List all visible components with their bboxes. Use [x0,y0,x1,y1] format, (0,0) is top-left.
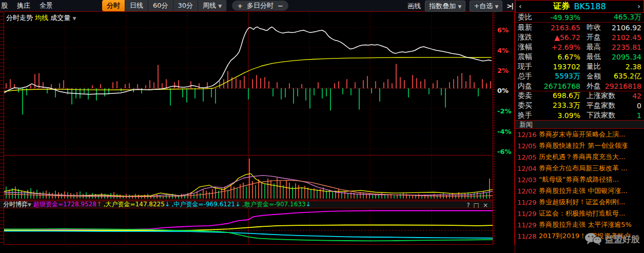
wechat-icon [584,232,602,246]
field-label: 开盘 [587,33,601,42]
chevron-down-icon: ▼ [495,4,498,9]
volume-pane[interactable] [4,156,493,200]
field-label: 平盘家数 [587,101,615,110]
trading-app-window: 股 擒庄 全景 分时 日线 60分 30分 周线 ▼ + 多日分时 − 画线 指… [0,0,644,253]
period-60min-button[interactable]: 60分 [148,0,173,11]
field-value: 26716768 [539,82,580,90]
field-label: 换手 [518,111,539,120]
indicator-selector[interactable]: 分时博弈▼ [3,201,31,208]
tab-stock[interactable]: 股 [1,1,8,10]
sector-code: BK5188 [574,2,606,11]
field-value: 2235.81 [601,43,641,51]
axis-tick-label: 6% [497,26,509,34]
news-item[interactable]: 12/04券商全方位布局新三板改革 ... [515,163,644,174]
fund-segments-header: 超级资金=1728.9528↑ ,大户资金=147.8225↓ ,中户资金=-9… [33,201,311,208]
multiday-group: + 多日分时 − [232,1,288,11]
tab-panorama[interactable]: 全景 [40,1,53,10]
field-label: 震幅 [518,52,539,62]
legend-volume[interactable]: 成交量 [50,14,70,22]
news-header: 新闻 [515,120,644,129]
field-value: 2163.65 [539,24,580,32]
quote-panel-header: ‹ 证券 BK5188 › [515,0,644,13]
news-item[interactable]: 11/29券商股拉升走强 太平洋涨逾5% [515,219,644,230]
close-icon[interactable]: × [483,202,488,209]
sector-name: 证券 [553,1,570,12]
news-title: 券商股快速拉升 第一创业领涨 [539,141,628,150]
field-label: 昨收 [587,23,601,32]
field-value: 2106.92 [601,24,641,32]
news-title: 证监会：积极推动打造航母... [539,209,625,218]
field-value: 3.09% [539,111,580,120]
field-value: 635.2亿 [601,72,641,81]
news-title: 历史机遇？券商再度充当大... [539,152,625,162]
fund-value: ↑ [96,201,102,208]
field-label: 委卖 [518,91,539,101]
prev-stock-arrow[interactable]: ‹ [519,2,522,10]
news-item[interactable]: 12/05历史机遇？券商再度充当大... [515,151,644,163]
legend-trend[interactable]: 分时走势 [6,14,33,22]
chevron-down-icon: ▼ [458,4,461,9]
fund-value: ↓ [235,201,240,208]
period-intraday-button[interactable]: 分时 [102,0,125,11]
period-30min-button[interactable]: 30分 [173,0,199,11]
intraday-price-pane[interactable]: 分时走势 均线 成交量 ▼ [4,12,493,155]
game-pane-header: 分时博弈▼ 超级资金=1728.9528↑ ,大户资金=147.8225↓ ,中… [0,201,515,208]
field-label: 涨跌 [518,33,539,42]
draw-line-button[interactable]: 画线 [407,2,421,11]
news-title: 券商全方位布局新三板改革 ... [539,164,628,173]
fund-value: ,散户资金=-907.1633 [240,201,305,208]
field-value: 6.67% [539,53,580,61]
committee-ratio-value: -49.93% [539,13,580,22]
period-daily-button[interactable]: 日线 [125,0,148,11]
tab-qinzhuang[interactable]: 擒庄 [17,1,30,10]
field-value: 5593万 [539,72,580,81]
news-date: 12/05 [515,142,539,150]
field-value: 2.38 [601,63,641,71]
news-item[interactable]: 12/05券商股快速拉升 第一创业领涨 [515,140,644,151]
multiday-label[interactable]: 多日分时 [247,1,274,10]
field-label: 总手 [518,72,539,81]
news-item[interactable]: 11/29证监会：积极推动打造航母... [515,208,644,219]
committee-ratio-row: 委比 -49.93% 465.3万 [515,13,644,23]
legend-avg[interactable]: 均线 [35,14,48,22]
field-value: 42 [615,92,641,100]
fund-game-pane[interactable] [4,209,493,245]
maximize-icon[interactable]: □ [474,202,479,209]
news-date: 11/29 [515,199,539,206]
field-value: 698.6万 [539,91,580,101]
multiday-minus-button[interactable]: − [278,2,283,10]
news-item[interactable]: 12/02券商股拉升走强 中国银河涨... [515,185,644,197]
news-title: 券业超级利好！证监会刚刚... [539,198,625,207]
quote-row: 震幅6.67%最低2095.34 [515,52,644,62]
index-overlay-dropdown[interactable]: 指数叠加 ▼ [425,1,465,12]
news-item[interactable]: 11/29券业超级利好！证监会刚刚... [515,197,644,208]
news-item[interactable]: 12/03“航母级”券商养成路径猜... [515,174,644,185]
field-label: 外盘 [587,82,601,91]
period-weekly-button[interactable]: 周线 ▼ [198,0,227,11]
quote-row: 委卖698.6万上涨家数42 [515,91,644,101]
chevron-down-icon: ▼ [28,202,31,207]
axis-tick-label: -4% [497,128,511,135]
committee-diff-value: 465.3万 [580,13,641,22]
left-axis-strip [0,12,4,245]
period-button-group: 分时 日线 60分 30分 周线 ▼ [102,0,227,11]
field-label: 最高 [587,43,601,52]
next-stock-arrow[interactable]: › [637,2,640,10]
chevron-down-icon: ▼ [218,4,222,9]
multiday-plus-button[interactable]: + [237,2,243,10]
field-label: 量比 [587,62,601,71]
quote-panel: ‹ 证券 BK5188 › 委比 -49.93% 465.3万 最新2163.6… [515,0,644,253]
field-value: 0 [615,102,641,110]
collapse-panel-icon[interactable]: >| [506,2,513,10]
chevron-down-icon[interactable]: ▼ [72,16,76,21]
help-icon[interactable]: ? [466,202,470,209]
news-item[interactable]: 12/16券商岁末寺庙开策略会上演... [515,129,644,140]
field-label: 下跌家数 [587,111,615,120]
field-label: 委比 [518,13,539,22]
quote-row: 最新2163.65昨收2106.92 [515,23,644,32]
news-date: 11/29 [515,221,539,229]
field-value: 2095.34 [601,53,641,61]
add-watchlist-dropdown[interactable]: +自选 ▼ [470,1,502,12]
field-value: 193702 [539,63,580,71]
section-divider [515,91,644,91]
